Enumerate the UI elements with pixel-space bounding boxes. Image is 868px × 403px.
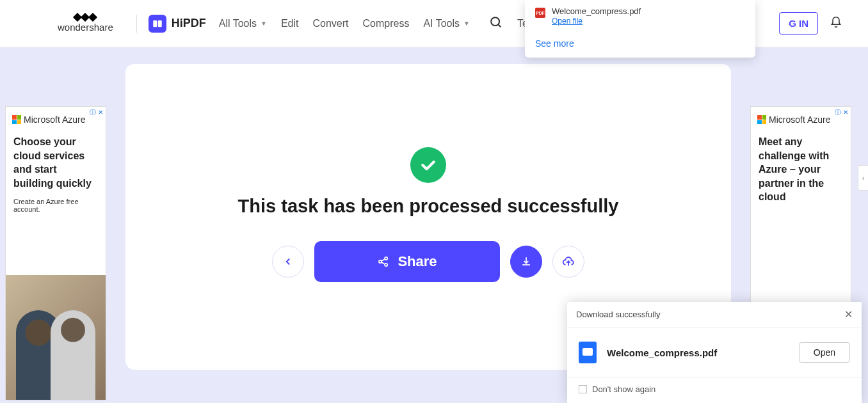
wondershare-label: wondershare <box>58 22 113 33</box>
signin-button[interactable]: G IN <box>779 12 818 35</box>
dont-show-label: Don't show again <box>592 384 655 394</box>
ad-subtext: Create an Azure free account. <box>6 195 106 216</box>
toast-title: Download successfully <box>576 310 661 319</box>
side-collapse-tab[interactable]: ‹ <box>858 165 868 191</box>
hipdf-icon <box>149 15 166 33</box>
pdf-icon: PDF <box>535 8 545 18</box>
download-filename: Welcome_compress.pdf <box>552 6 641 16</box>
svg-point-2 <box>491 17 499 26</box>
nav-compress[interactable]: Compress <box>363 18 410 29</box>
adchoices-icon[interactable]: ⓘ ✕ <box>90 108 103 117</box>
dont-show-checkbox[interactable] <box>579 385 587 393</box>
success-title: This task has been processed successfull… <box>238 196 619 217</box>
action-row: Share <box>272 241 584 282</box>
toast-header: Download successfully ✕ <box>567 302 862 328</box>
divider <box>136 15 137 33</box>
download-item[interactable]: PDF Welcome_compress.pdf Open file <box>535 6 745 26</box>
svg-line-7 <box>382 259 385 261</box>
nav-convert[interactable]: Convert <box>313 18 349 29</box>
wondershare-dots-icon <box>74 14 96 20</box>
ad-image <box>6 275 106 400</box>
toast-footer: Don't show again <box>567 377 862 403</box>
svg-line-8 <box>382 262 385 264</box>
ad-headline: Choose your cloud services and start bui… <box>6 130 106 195</box>
ad-left[interactable]: ⓘ ✕ Microsoft Azure Choose your cloud se… <box>5 106 106 400</box>
share-label: Share <box>398 253 437 270</box>
toast-body: Welcome_compress.pdf Open <box>567 328 862 377</box>
ad-brand: Microsoft Azure <box>24 115 85 125</box>
nav-all-tools-label: All Tools <box>219 18 257 29</box>
back-button[interactable] <box>272 246 304 278</box>
notifications-button[interactable] <box>830 15 842 32</box>
microsoft-icon <box>12 115 21 124</box>
file-icon <box>579 342 597 363</box>
nav-ai-tools-label: AI Tools <box>423 18 460 29</box>
microsoft-icon <box>757 115 766 124</box>
toast-filename: Welcome_compress.pdf <box>607 347 789 358</box>
download-button[interactable] <box>510 246 542 278</box>
hipdf-label: HiPDF <box>172 17 206 30</box>
svg-line-3 <box>498 24 501 27</box>
nav-edit[interactable]: Edit <box>281 18 299 29</box>
hipdf-logo[interactable]: HiPDF <box>149 15 206 33</box>
chevron-down-icon: ▼ <box>261 20 267 27</box>
ad-headline: Meet any challenge with Azure – your par… <box>751 130 851 209</box>
open-button[interactable]: Open <box>799 342 850 363</box>
download-toast: Download successfully ✕ Welcome_compress… <box>567 302 862 403</box>
cloud-upload-button[interactable] <box>552 246 584 278</box>
adchoices-icon[interactable]: ⓘ ✕ <box>835 108 848 117</box>
nav-all-tools[interactable]: All Tools ▼ <box>219 18 267 29</box>
nav-ai-tools[interactable]: AI Tools ▼ <box>423 18 470 29</box>
share-button[interactable]: Share <box>314 241 500 282</box>
svg-rect-0 <box>153 20 157 27</box>
browser-download-panel: PDF Welcome_compress.pdf Open file See m… <box>525 0 755 58</box>
close-icon[interactable]: ✕ <box>844 308 853 320</box>
chevron-down-icon: ▼ <box>463 20 470 27</box>
see-more-link[interactable]: See more <box>535 38 745 49</box>
svg-rect-1 <box>157 20 161 27</box>
wondershare-logo[interactable]: wondershare <box>58 14 113 33</box>
success-check-icon <box>410 147 446 183</box>
open-file-link[interactable]: Open file <box>552 17 641 26</box>
ad-brand: Microsoft Azure <box>769 115 830 125</box>
search-button[interactable] <box>489 15 503 32</box>
